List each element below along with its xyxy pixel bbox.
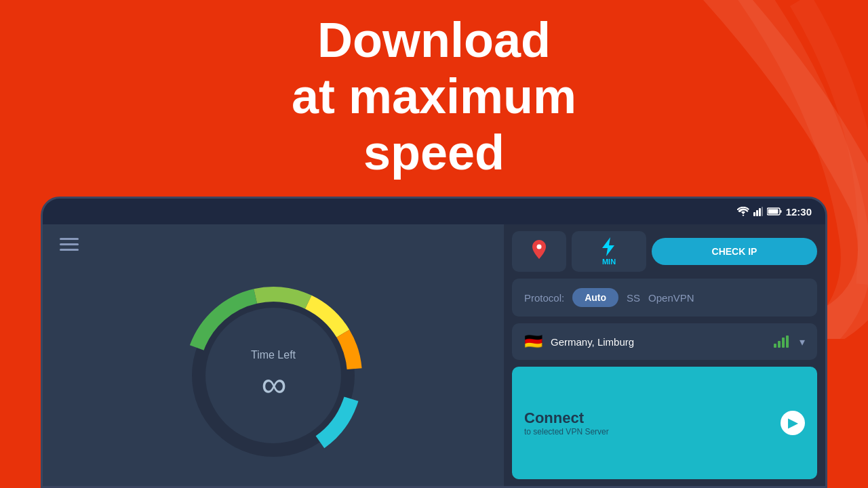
right-panel: MIN CHECK IP Protocol: Auto SS OpenVPN 🇩… bbox=[504, 224, 825, 486]
protocol-auto-label: Auto bbox=[585, 292, 606, 303]
location-button[interactable] bbox=[512, 231, 566, 272]
status-time: 12:30 bbox=[786, 206, 812, 218]
gauge-container: Time Left ∞ bbox=[172, 274, 375, 477]
wifi-icon bbox=[737, 207, 749, 216]
app-body: Time Left ∞ bbox=[43, 224, 825, 486]
server-row[interactable]: 🇩🇪 Germany, Limburg ▾ bbox=[512, 323, 817, 360]
check-ip-label: CHECK IP bbox=[712, 246, 757, 257]
gauge-center: Time Left ∞ bbox=[251, 349, 296, 402]
signal-bar-2 bbox=[778, 341, 781, 348]
svg-rect-0 bbox=[753, 212, 755, 216]
server-name: Germany, Limburg bbox=[551, 336, 766, 348]
status-icons: 12:30 bbox=[737, 206, 812, 218]
server-dropdown-icon: ▾ bbox=[800, 336, 805, 348]
protocol-ss-button[interactable]: SS bbox=[627, 292, 640, 304]
signal-bar-3 bbox=[782, 338, 785, 348]
signal-icon bbox=[753, 207, 763, 216]
hamburger-line1 bbox=[60, 238, 79, 240]
gauge-value: ∞ bbox=[251, 367, 296, 402]
check-ip-button[interactable]: CHECK IP bbox=[652, 238, 817, 265]
tablet-device: 12:30 bbox=[41, 197, 827, 488]
protocol-auto-button[interactable]: Auto bbox=[572, 288, 618, 307]
svg-rect-1 bbox=[756, 210, 758, 216]
connect-text-container: Connect to selected VPN Server bbox=[524, 409, 609, 436]
connect-sub-label: to selected VPN Server bbox=[524, 427, 609, 436]
protocol-label: Protocol: bbox=[524, 292, 564, 304]
protocol-row: Protocol: Auto SS OpenVPN bbox=[512, 279, 817, 317]
left-panel: Time Left ∞ bbox=[43, 224, 504, 486]
hamburger-line2 bbox=[60, 243, 79, 245]
svg-rect-3 bbox=[762, 207, 763, 216]
svg-rect-2 bbox=[759, 208, 761, 216]
top-buttons-row: MIN CHECK IP bbox=[512, 231, 817, 272]
protocol-openvpn-button[interactable]: OpenVPN bbox=[648, 292, 694, 304]
gauge-label: Time Left bbox=[251, 349, 296, 361]
connect-main-label: Connect bbox=[524, 409, 609, 427]
lightning-icon bbox=[602, 237, 616, 256]
connect-button[interactable]: Connect to selected VPN Server ▶ bbox=[512, 367, 817, 479]
hamburger-line3 bbox=[60, 249, 79, 251]
signal-bars bbox=[774, 336, 789, 348]
connect-arrow-icon: ▶ bbox=[781, 411, 805, 435]
hamburger-menu[interactable] bbox=[56, 235, 82, 254]
status-bar: 12:30 bbox=[43, 199, 825, 224]
svg-rect-5 bbox=[768, 209, 778, 214]
signal-bar-4 bbox=[786, 336, 789, 348]
battery-icon bbox=[767, 207, 782, 216]
svg-point-14 bbox=[537, 245, 542, 249]
svg-rect-6 bbox=[780, 210, 781, 213]
location-pin-icon bbox=[530, 240, 549, 263]
server-flag: 🇩🇪 bbox=[524, 333, 542, 350]
signal-bar-1 bbox=[774, 344, 776, 348]
lightning-button[interactable]: MIN bbox=[572, 231, 646, 272]
min-label: MIN bbox=[602, 258, 616, 266]
